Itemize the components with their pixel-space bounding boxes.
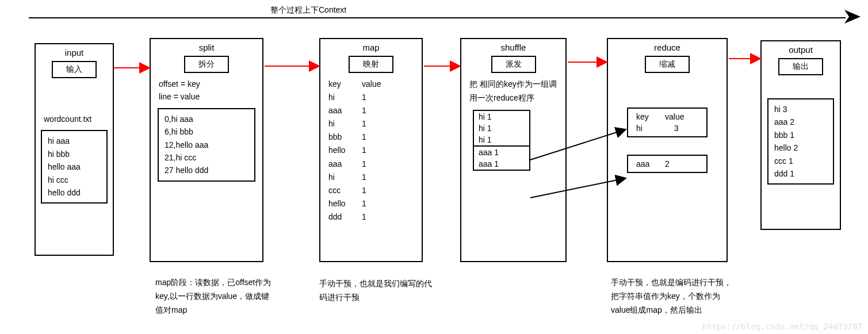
map-row: ddd1 <box>328 210 414 224</box>
shuffle-group-aaa: aaa 1 aaa 1 <box>473 147 530 171</box>
stage-split: split 拆分 offset = key line = value 0,hi … <box>150 38 263 262</box>
file-line: hi ccc <box>48 174 101 186</box>
reduce-val: 3 <box>674 124 679 133</box>
reduce-key: aaa <box>636 159 665 168</box>
map-row: hi1 <box>328 171 414 184</box>
header-arrow-icon <box>844 10 862 27</box>
shuffle-subtitle: 派发 <box>491 56 536 73</box>
input-filename: wordcount.txt <box>44 113 105 125</box>
file-line: hi aaa <box>48 135 101 147</box>
shuffle-title: shuffle <box>461 43 565 52</box>
shuffle-desc: 把 相同的key作为一组调用一次reduce程序 <box>469 78 557 105</box>
split-row: 0,hi aaa <box>165 113 248 125</box>
shuffle-item: hi 1 <box>474 134 529 145</box>
map-row: aaa1 <box>328 104 414 117</box>
stage-output: output 输出 hi 3 aaa 2 bbb 1 hello 2 ccc 1… <box>760 40 841 230</box>
reduce-caption: 手动干预，也就是编码进行干预，把字符串值作为key，个数作为value组成map… <box>611 276 732 317</box>
header-underline <box>29 17 846 18</box>
output-title: output <box>762 45 840 55</box>
reduce-title: reduce <box>608 43 726 52</box>
split-row: 12,hello aaa <box>165 139 248 151</box>
output-subtitle: 输出 <box>778 58 823 75</box>
file-line: hello ddd <box>48 186 101 199</box>
split-subtitle: 拆分 <box>184 56 229 73</box>
output-row: ddd 1 <box>774 167 827 180</box>
output-row: hi 3 <box>774 103 827 116</box>
map-header-key: key <box>328 78 362 91</box>
stage-input: input 输入 wordcount.txt hi aaa hi bbb hel… <box>35 43 114 256</box>
split-title: split <box>151 43 262 52</box>
split-caption: map阶段：读数据，已offset作为key,以一行数据为value，做成键值对… <box>155 276 273 317</box>
split-row: 6,hi bbb <box>165 125 248 138</box>
map-row: aaa1 <box>328 158 414 171</box>
reduce-subtitle: 缩减 <box>645 56 690 73</box>
shuffle-item: hi 1 <box>474 122 529 134</box>
reduce-box-aaa: aaa2 <box>627 155 708 173</box>
output-row: hello 2 <box>774 141 827 154</box>
output-row: bbb 1 <box>774 129 827 141</box>
file-line: hello aaa <box>48 160 101 173</box>
output-row: ccc 1 <box>774 155 827 167</box>
split-desc-line: line = value <box>159 90 254 103</box>
header-title: 整个过程上下Context <box>270 5 346 16</box>
split-rows: 0,hi aaa 6,hi bbb 12,hello aaa 21,hi ccc… <box>158 108 255 182</box>
output-row: aaa 2 <box>774 116 827 128</box>
input-subtitle: 输入 <box>52 61 97 78</box>
reduce-box-hi: keyvalue hi3 <box>627 108 708 137</box>
map-row: hi1 <box>328 91 414 104</box>
split-desc: offset = key line = value <box>159 78 254 103</box>
reduce-header-key: key <box>636 112 665 121</box>
shuffle-group-hi: hi 1 hi 1 hi 1 <box>473 110 530 147</box>
reduce-key: hi <box>636 124 674 133</box>
split-desc-line: offset = key <box>159 78 254 90</box>
map-row: ccc1 <box>328 184 414 197</box>
watermark: https://blog.csdn.net/qq_24073707 <box>702 322 862 331</box>
map-header-val: value <box>362 78 381 91</box>
map-row: hi1 <box>328 117 414 130</box>
stage-shuffle: shuffle 派发 把 相同的key作为一组调用一次reduce程序 hi 1… <box>460 38 567 262</box>
map-row: bbb1 <box>328 130 414 144</box>
file-line: hi bbb <box>48 148 101 160</box>
map-subtitle: 映射 <box>349 56 393 73</box>
map-row: hello1 <box>328 144 414 157</box>
reduce-header-val: value <box>665 112 684 121</box>
map-header-row: key value <box>328 78 414 91</box>
input-file-content: hi aaa hi bbb hello aaa hi ccc hello ddd <box>41 130 108 204</box>
shuffle-item: hi 1 <box>474 111 529 122</box>
shuffle-item: aaa 1 <box>474 158 529 170</box>
reduce-val: 2 <box>665 159 670 168</box>
stage-reduce: reduce 缩减 keyvalue hi3 aaa2 <box>607 38 728 262</box>
split-row: 21,hi ccc <box>165 151 248 164</box>
map-title: map <box>320 43 422 52</box>
map-table: key value hi1 aaa1 hi1 bbb1 hello1 aaa1 … <box>328 78 414 224</box>
input-title: input <box>36 48 113 57</box>
shuffle-item: aaa 1 <box>474 147 529 158</box>
split-row: 27 hello ddd <box>165 164 248 176</box>
map-row: hello1 <box>328 197 414 210</box>
stage-map: map 映射 key value hi1 aaa1 hi1 bbb1 hello… <box>319 38 423 262</box>
output-rows: hi 3 aaa 2 bbb 1 hello 2 ccc 1 ddd 1 <box>767 98 834 185</box>
map-caption: 手动干预，也就是我们编写的代码进行干预 <box>319 277 434 305</box>
